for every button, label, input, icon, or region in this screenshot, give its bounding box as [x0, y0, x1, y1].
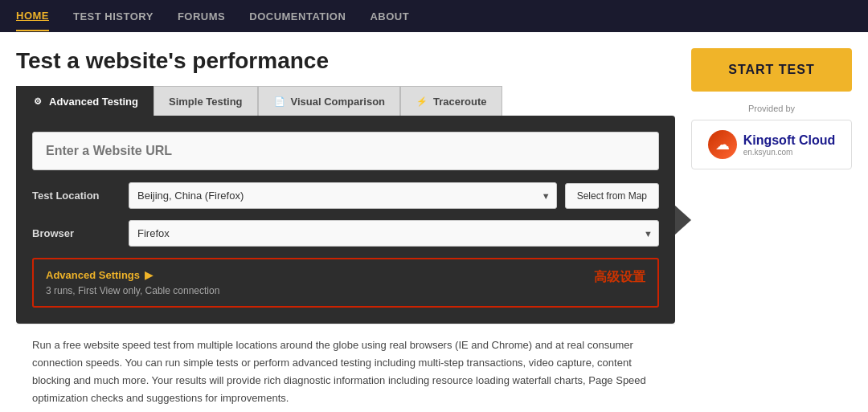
nav-test-history[interactable]: TEST HISTORY — [73, 2, 154, 31]
advanced-settings-chinese: 高级设置 — [594, 269, 645, 286]
tab-simple-testing[interactable]: Simple Testing — [154, 86, 258, 116]
nav-about[interactable]: ABOUT — [370, 2, 409, 31]
panel-arrow-icon — [675, 206, 691, 235]
browser-row: Browser Firefox ▼ — [32, 220, 659, 247]
advanced-settings-label: Advanced Settings — [46, 269, 140, 281]
advanced-settings-box: Advanced Settings ▶ 3 runs, First View o… — [32, 258, 659, 308]
tab-advanced-testing[interactable]: ⚙ Advanced Testing — [16, 86, 154, 116]
right-panel: START TEST Provided by ☁ Kingsoft Cloud … — [691, 48, 852, 412]
tab-simple-testing-label: Simple Testing — [169, 96, 243, 108]
tab-visual-comparison-label: Visual Comparison — [291, 96, 386, 108]
cloud-icon: ☁ — [715, 136, 730, 153]
test-location-select[interactable]: Beijing, China (Firefox) — [129, 182, 557, 209]
advanced-settings-subtitle: 3 runs, First View only, Cable connectio… — [46, 285, 219, 296]
sponsor-label: Provided by — [691, 104, 852, 113]
tab-traceroute[interactable]: ⚡ Traceroute — [400, 86, 502, 116]
tab-advanced-testing-label: Advanced Testing — [49, 96, 138, 108]
sponsor-url: en.ksyun.com — [743, 148, 836, 157]
advanced-settings-arrow-icon: ▶ — [145, 269, 153, 281]
advanced-testing-icon: ⚙ — [31, 95, 44, 108]
browser-select-wrapper: Firefox ▼ — [129, 220, 659, 247]
nav-bar: HOME TEST HISTORY FORUMS DOCUMENTATION A… — [0, 0, 868, 32]
start-test-button[interactable]: START TEST — [691, 48, 852, 92]
browser-label: Browser — [32, 227, 121, 239]
page-title: Test a website's performance — [16, 48, 675, 74]
select-from-map-button[interactable]: Select from Map — [565, 183, 659, 209]
description-section: Run a free website speed test from multi… — [16, 324, 675, 412]
nav-home[interactable]: HOME — [16, 2, 49, 31]
advanced-settings-title[interactable]: Advanced Settings ▶ — [46, 269, 219, 281]
url-input[interactable] — [32, 132, 659, 170]
traceroute-icon: ⚡ — [416, 95, 428, 108]
test-location-row: Test Location Beijing, China (Firefox) ▼… — [32, 182, 659, 209]
tabs: ⚙ Advanced Testing Simple Testing 📄 Visu… — [16, 86, 675, 116]
tab-traceroute-label: Traceroute — [433, 96, 486, 108]
description-paragraph1: Run a free website speed test from multi… — [32, 337, 659, 407]
sponsor-name: Kingsoft Cloud — [743, 133, 836, 148]
nav-forums[interactable]: FORUMS — [178, 2, 225, 31]
sponsor-section: Provided by ☁ Kingsoft Cloud en.ksyun.co… — [691, 104, 852, 169]
left-panel: Test a website's performance ⚙ Advanced … — [16, 48, 675, 412]
visual-comparison-icon: 📄 — [273, 95, 286, 108]
test-panel: Test Location Beijing, China (Firefox) ▼… — [16, 116, 675, 324]
advanced-settings-content: Advanced Settings ▶ 3 runs, First View o… — [46, 269, 219, 296]
sponsor-logo: ☁ Kingsoft Cloud en.ksyun.com — [691, 120, 852, 169]
browser-select[interactable]: Firefox — [129, 220, 659, 247]
nav-documentation[interactable]: DOCUMENTATION — [249, 2, 346, 31]
test-location-select-wrapper: Beijing, China (Firefox) ▼ — [129, 182, 557, 209]
tab-visual-comparison[interactable]: 📄 Visual Comparison — [258, 86, 401, 116]
kingsoft-cloud-icon: ☁ — [708, 130, 737, 159]
test-location-label: Test Location — [32, 190, 121, 202]
main-container: Test a website's performance ⚙ Advanced … — [0, 32, 868, 412]
url-input-row — [32, 132, 659, 170]
sponsor-logo-text: Kingsoft Cloud en.ksyun.com — [743, 133, 836, 157]
